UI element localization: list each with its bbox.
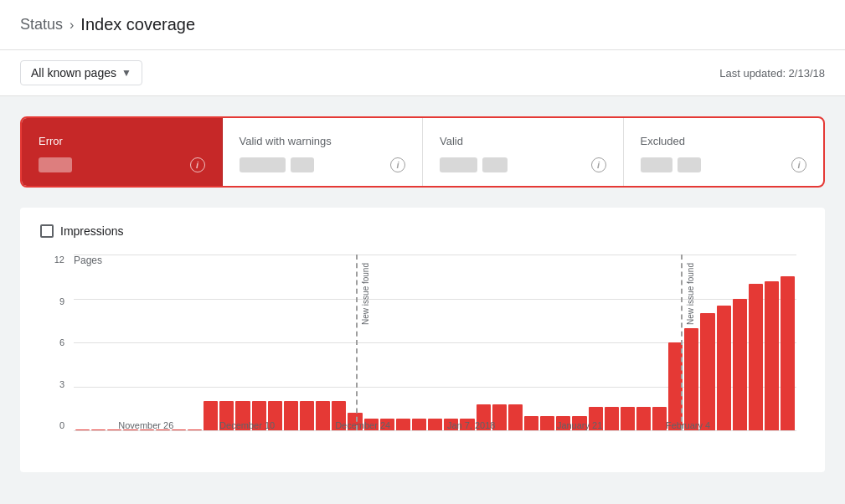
card-valid-warnings-numbers xyxy=(240,157,314,172)
x-label-dec10: December 10 xyxy=(219,420,275,430)
value-block-3 xyxy=(440,157,477,172)
x-label-feb4: February 4 xyxy=(666,420,710,430)
dashed-line-1-label: New issue found xyxy=(361,263,370,325)
card-valid-warnings-label: Valid with warnings xyxy=(240,135,406,147)
toolbar: All known pages ▼ Last updated: 2/13/18 xyxy=(0,50,845,96)
card-valid-warnings[interactable]: Valid with warnings i xyxy=(223,118,424,186)
y-label-3: 3 xyxy=(59,379,64,389)
last-updated-text: Last updated: 2/13/18 xyxy=(719,67,825,80)
x-label-nov26: November 26 xyxy=(118,420,173,430)
x-label-dec24: December 24 xyxy=(335,420,390,430)
card-error-value xyxy=(39,157,72,172)
chart-section: Impressions Pages 12 9 6 3 0 xyxy=(20,208,825,472)
card-excluded[interactable]: Excluded i xyxy=(624,118,824,186)
y-label-9: 9 xyxy=(59,296,64,306)
chart-inner: New issue found New issue found November… xyxy=(74,255,796,430)
header: Status › Index coverage xyxy=(0,0,845,50)
dashed-line-1: New issue found xyxy=(356,255,358,430)
error-info-icon[interactable]: i xyxy=(190,157,205,172)
card-error-values: i xyxy=(39,157,205,172)
value-block-2 xyxy=(291,157,314,172)
y-label-12: 12 xyxy=(54,255,64,265)
card-valid-numbers xyxy=(440,157,508,172)
impressions-checkbox[interactable] xyxy=(40,224,54,238)
valid-info-icon[interactable]: i xyxy=(591,157,606,172)
card-excluded-numbers xyxy=(641,157,701,172)
breadcrumb-chevron: › xyxy=(70,18,74,33)
chevron-down-icon: ▼ xyxy=(121,67,131,79)
card-valid[interactable]: Valid i xyxy=(423,118,624,186)
excluded-info-icon[interactable]: i xyxy=(791,157,806,172)
status-cards: Error i Valid with warnings i Valid xyxy=(20,116,825,188)
value-block-4 xyxy=(482,157,508,172)
dashed-line-2: New issue found xyxy=(681,255,683,430)
x-label-jan21: January 21 xyxy=(557,420,602,430)
chart-area: Pages 12 9 6 3 0 xyxy=(40,255,805,455)
y-label-6: 6 xyxy=(59,337,64,347)
page-title: Index coverage xyxy=(80,15,195,34)
value-block-1 xyxy=(240,157,286,172)
impressions-row: Impressions xyxy=(40,224,805,238)
y-axis-labels: 12 9 6 3 0 xyxy=(40,255,70,430)
value-block-5 xyxy=(641,157,672,172)
status-label: Status xyxy=(20,16,63,33)
card-valid-warnings-values: i xyxy=(240,157,406,172)
filter-label: All known pages xyxy=(31,66,116,80)
card-valid-label: Valid xyxy=(440,135,606,147)
y-label-0: 0 xyxy=(59,420,64,430)
x-axis-labels: November 26 December 10 December 24 Jan … xyxy=(74,405,796,430)
card-excluded-label: Excluded xyxy=(641,135,807,147)
grid-line-0 xyxy=(74,430,796,431)
card-valid-values: i xyxy=(440,157,606,172)
valid-warnings-info-icon[interactable]: i xyxy=(390,157,405,172)
card-error-label: Error xyxy=(39,135,205,147)
dashed-line-2-label: New issue found xyxy=(686,263,695,325)
value-block-6 xyxy=(678,157,701,172)
x-label-jan7: Jan 7, 2018 xyxy=(447,420,496,430)
filter-button[interactable]: All known pages ▼ xyxy=(20,60,142,85)
card-excluded-values: i xyxy=(641,157,807,172)
card-error[interactable]: Error i xyxy=(22,118,223,186)
main-content: Error i Valid with warnings i Valid xyxy=(0,96,845,492)
impressions-label: Impressions xyxy=(60,224,123,238)
